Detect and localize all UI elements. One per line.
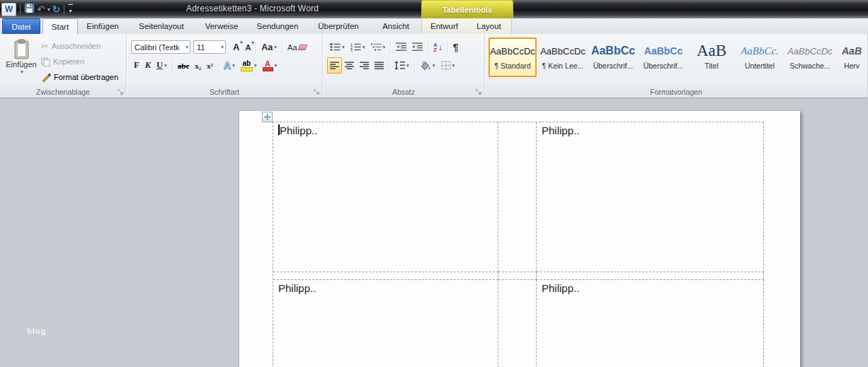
document-page[interactable]: Philipp.. Philipp.. Philipp.. Philipp.. (239, 111, 800, 367)
group-zwischenablage: Einfügen ▾ ✂ Ausschneiden Kopieren (0, 34, 127, 98)
align-left-button[interactable] (327, 57, 342, 74)
tab-sendungen[interactable]: Sendungen (252, 18, 303, 34)
show-hide-pilcrow-button[interactable]: ¶ (450, 39, 462, 55)
tab-verweise[interactable]: Verweise (200, 18, 244, 34)
style-hervorhebung[interactable]: AaB Herv (836, 37, 867, 77)
line-spacing-button[interactable]: ▾ (392, 57, 412, 74)
style-untertitel[interactable]: AaBbCc. Untertitel (736, 37, 784, 77)
title-bar: W ↶▾ ↻ ▔▾ Adressetiketten3 - Microsoft W… (0, 0, 868, 18)
tab-einfuegen[interactable]: Einfügen (82, 18, 123, 34)
table-move-handle[interactable] (262, 112, 273, 122)
sort-button[interactable]: AZ ↓ (430, 39, 445, 55)
superscript-button[interactable]: x² (204, 57, 216, 74)
line-spacing-icon (394, 61, 405, 70)
table-spacer-cell[interactable] (273, 272, 498, 280)
highlight-bar (241, 67, 253, 71)
tab-seitenlayout[interactable]: Seitenlayout (135, 18, 188, 34)
subscript-button[interactable]: x₂ (192, 57, 204, 74)
style-standard[interactable]: AaBbCcDc ¶ Standard (489, 37, 537, 77)
separator (389, 59, 389, 72)
format-painter-button[interactable]: Format übertragen (41, 69, 118, 85)
table-cell-r2c1[interactable]: Philipp.. (273, 280, 498, 367)
separator (390, 41, 391, 54)
paste-label: Einfügen (6, 60, 36, 69)
multilevel-list-icon (371, 42, 382, 52)
dialog-launcher-icon[interactable] (476, 89, 482, 95)
separator (218, 59, 219, 72)
dialog-launcher-icon[interactable] (314, 89, 320, 95)
align-center-icon (345, 62, 354, 70)
blog-watermark: blog (27, 327, 46, 335)
font-row-1: Calibri (Textk▾ 11▾ A▲ A▼ Aa▾ (131, 39, 309, 55)
underline-button[interactable]: U▾ (154, 57, 170, 74)
font-row-2: F K U▾ abc x₂ x² A▾ ab▾ A▾ (131, 57, 280, 74)
borders-icon (441, 61, 451, 70)
italic-button[interactable]: K (142, 57, 154, 74)
font-color-bar (263, 67, 273, 71)
justify-button[interactable] (372, 57, 387, 74)
multilevel-list-button[interactable]: ▾ (368, 39, 389, 55)
paint-bucket-icon (420, 61, 431, 71)
tab-entwurf[interactable]: Entwurf (422, 18, 467, 34)
table-cell-r1c2[interactable]: Philipp.. (537, 122, 764, 272)
bold-button[interactable]: F (131, 57, 142, 74)
clipboard-mini-buttons: ✂ Ausschneiden Kopieren F (41, 38, 118, 85)
highlight-color-button[interactable]: ab▾ (238, 57, 260, 74)
shrink-font-button[interactable]: A▼ (242, 39, 253, 55)
font-color-button[interactable]: A▾ (260, 57, 280, 74)
clipboard-icon (13, 39, 30, 60)
style-titel[interactable]: AaB Titel (690, 37, 733, 77)
grow-font-button[interactable]: A▲ (230, 39, 242, 55)
align-right-button[interactable] (357, 57, 372, 74)
font-name-select[interactable]: Calibri (Textk▾ (131, 40, 190, 54)
decrease-indent-button[interactable] (393, 39, 409, 55)
copy-button[interactable]: Kopieren (41, 54, 118, 69)
change-case-button[interactable]: Aa▾ (258, 39, 280, 55)
tab-start[interactable]: Start (42, 18, 78, 34)
copy-icon (41, 57, 50, 66)
bullet-list-icon (330, 42, 341, 52)
tab-ueberpruefen[interactable]: Überprüfen (314, 18, 362, 34)
paragraph-row-1: ▾ 123 ▾ ▾ (327, 39, 462, 55)
ribbon: Einfügen ▾ ✂ Ausschneiden Kopieren (0, 34, 868, 98)
table-gap-cell[interactable] (498, 122, 537, 272)
undo-dropdown[interactable]: ▾ (47, 6, 50, 13)
style-kein-leerraum[interactable]: AaBbCcDc ¶ Kein Lee... (539, 37, 587, 77)
table-spacer-cell[interactable] (537, 272, 764, 280)
borders-button[interactable]: ▾ (438, 57, 458, 74)
align-center-button[interactable] (342, 57, 357, 74)
word-window: W ↶▾ ↻ ▔▾ Adressetiketten3 - Microsoft W… (0, 0, 868, 367)
style-ueberschrift-1[interactable]: AaBbCc Überschrif... (589, 37, 637, 77)
qat-customize-button[interactable]: ▔▾ (68, 6, 72, 13)
text-effects-button[interactable]: A▾ (221, 57, 238, 74)
group-schriftart: Calibri (Textk▾ 11▾ A▲ A▼ Aa▾ (127, 34, 323, 98)
bullets-button[interactable]: ▾ (327, 39, 348, 55)
format-painter-icon (41, 73, 51, 82)
undo-button[interactable]: ↶ (37, 3, 45, 16)
tab-datei[interactable]: Datei (2, 18, 40, 34)
font-size-select[interactable]: 11▾ (193, 40, 226, 54)
table-spacer-cell[interactable] (498, 272, 537, 280)
style-ueberschrift-2[interactable]: AaBbCc Überschrif... (639, 37, 687, 77)
table-gap-cell[interactable] (498, 280, 537, 367)
tab-layout[interactable]: Layout (467, 18, 511, 34)
document-canvas[interactable]: Philipp.. Philipp.. Philipp.. Philipp.. … (0, 99, 868, 367)
paste-button[interactable]: Einfügen ▾ (4, 38, 38, 87)
numbering-button[interactable]: 123 ▾ (348, 39, 368, 55)
tab-ansicht[interactable]: Ansicht (374, 18, 418, 34)
table-cell-r2c2[interactable]: Philipp.. (537, 280, 764, 367)
group-absatz: ▾ 123 ▾ ▾ (323, 34, 485, 98)
word-logo-icon[interactable]: W (1, 3, 16, 16)
increase-indent-button[interactable] (409, 39, 426, 55)
paste-dropdown[interactable]: ▾ (21, 69, 23, 75)
dialog-launcher-icon[interactable] (118, 89, 124, 95)
cut-button[interactable]: ✂ Ausschneiden (41, 38, 118, 54)
shading-button[interactable]: ▾ (417, 57, 438, 74)
clear-formatting-button[interactable]: Aa (285, 39, 309, 55)
redo-button[interactable]: ↻ (52, 3, 61, 16)
save-button[interactable] (24, 3, 35, 16)
table-cell-r1c1[interactable]: Philipp.. (273, 122, 498, 272)
strikethrough-button[interactable]: abc (175, 57, 193, 74)
style-schwache-hervorhebung[interactable]: AaBbCcDc Schwache... (786, 37, 834, 77)
separator (172, 59, 173, 72)
